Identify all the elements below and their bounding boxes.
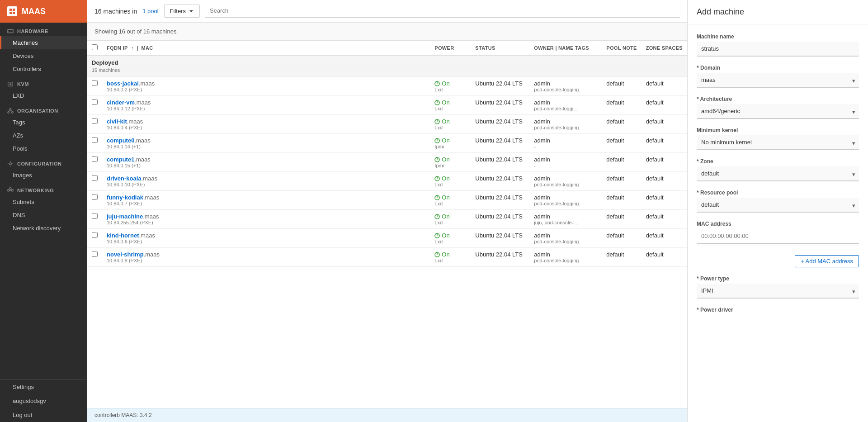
sidebar-item-user[interactable]: augustodsgv bbox=[0, 394, 87, 408]
fqdn-cell: driven-koala.maas 10.84.0.10 (PXE) bbox=[102, 172, 430, 191]
machine-status: Ubuntu 22.04 LTS bbox=[475, 80, 523, 87]
min-kernel-group: Minimum kernel No minimum kernel ▾ bbox=[697, 127, 859, 150]
sidebar-item-settings[interactable]: Settings bbox=[0, 380, 87, 394]
machine-fqdn-link[interactable]: boss-jackal.maas bbox=[107, 80, 155, 87]
mac-address-input[interactable] bbox=[697, 229, 859, 244]
power-cell: On Lxd bbox=[430, 77, 471, 96]
row-checkbox[interactable] bbox=[92, 137, 98, 143]
resource-pool-select[interactable]: default bbox=[697, 198, 859, 213]
sidebar-bottom: Settings augustodsgv Log out bbox=[0, 379, 87, 422]
machine-fqdn-link[interactable]: civil-kit.maas bbox=[107, 118, 143, 125]
machine-status: Ubuntu 22.04 LTS bbox=[475, 175, 523, 182]
row-checkbox[interactable] bbox=[92, 156, 98, 162]
sidebar-item-network-discovery[interactable]: Network discovery bbox=[0, 222, 87, 235]
machine-status: Ubuntu 22.04 LTS bbox=[475, 194, 523, 201]
power-status: On bbox=[434, 251, 466, 258]
machines-count-text: 16 machines in bbox=[94, 8, 137, 15]
row-checkbox-cell bbox=[87, 115, 102, 134]
row-checkbox[interactable] bbox=[92, 99, 98, 105]
architecture-select[interactable]: amd64/generic bbox=[697, 104, 859, 119]
networking-section-header: NETWORKING bbox=[0, 182, 87, 195]
svg-line-12 bbox=[9, 110, 10, 112]
search-input[interactable] bbox=[205, 5, 680, 18]
machine-fqdn-link[interactable]: compute0.maas bbox=[107, 137, 151, 144]
organisation-section-header: ORGANISATION bbox=[0, 102, 87, 116]
power-header[interactable]: POWER bbox=[430, 41, 471, 55]
machine-ip: 10.84.255.254 (PXE) bbox=[107, 220, 425, 225]
machine-fqdn-link[interactable]: kind-hornet.maas bbox=[107, 232, 155, 239]
row-checkbox-cell bbox=[87, 210, 102, 229]
zone-header[interactable]: ZONE SPACES bbox=[642, 41, 687, 55]
owner-cell: admin pod-console-loggi... bbox=[529, 96, 602, 115]
machine-tags: pod-console-logging bbox=[534, 182, 597, 187]
sidebar-item-subnets[interactable]: Subnets bbox=[0, 195, 87, 209]
machine-ip: 10.84.0.7 (PXE) bbox=[107, 201, 425, 206]
svg-rect-16 bbox=[12, 190, 14, 191]
add-mac-button[interactable]: + Add MAC address bbox=[795, 255, 859, 267]
machine-ip: 10.84.0.15 (+1) bbox=[107, 163, 425, 168]
pool-cell: default bbox=[602, 115, 641, 134]
status-header[interactable]: STATUS bbox=[471, 41, 529, 55]
row-checkbox[interactable] bbox=[92, 194, 98, 200]
fqdn-header[interactable]: FQDN IP ↑ | MAC bbox=[102, 41, 430, 55]
zone-label: * Zone bbox=[697, 158, 859, 165]
add-machine-panel: Add machine Machine name * Domain maas ▾… bbox=[687, 0, 868, 422]
row-checkbox-cell bbox=[87, 77, 102, 96]
architecture-label: * Architecture bbox=[697, 96, 859, 102]
machine-ip: 10.84.0.10 (PXE) bbox=[107, 182, 425, 187]
fqdn-cell: funny-kodiak.maas 10.84.0.7 (PXE) bbox=[102, 191, 430, 210]
machine-fqdn-link[interactable]: cinder-vm.maas bbox=[107, 99, 151, 106]
sidebar-item-azs[interactable]: AZs bbox=[0, 129, 87, 142]
status-cell: Ubuntu 22.04 LTS bbox=[471, 96, 529, 115]
mac-divider bbox=[697, 246, 859, 246]
sidebar-item-lxd[interactable]: LXD bbox=[0, 89, 87, 102]
machine-ip: 10.84.0.6 (PXE) bbox=[107, 239, 425, 244]
owner-cell: admin pod-console-logging bbox=[529, 248, 602, 267]
row-checkbox[interactable] bbox=[92, 251, 98, 257]
owner-header[interactable]: OWNER | NAME TAGS bbox=[529, 41, 602, 55]
row-checkbox[interactable] bbox=[92, 232, 98, 238]
table-row: kind-hornet.maas 10.84.0.6 (PXE) On Lxd … bbox=[87, 229, 687, 248]
row-checkbox[interactable] bbox=[92, 175, 98, 181]
sidebar-item-pools[interactable]: Pools bbox=[0, 142, 87, 155]
sidebar-item-tags[interactable]: Tags bbox=[0, 116, 87, 129]
machine-fqdn-link[interactable]: juju-machine.maas bbox=[107, 213, 159, 220]
power-type-label: * Power type bbox=[697, 275, 859, 282]
power-type-select[interactable]: IPMI Virsh LXD Manual bbox=[697, 284, 859, 299]
select-all-checkbox[interactable] bbox=[92, 44, 98, 50]
app-logo[interactable]: MAAS bbox=[0, 0, 87, 23]
sidebar-item-controllers[interactable]: Controllers bbox=[0, 62, 87, 76]
domain-select[interactable]: maas bbox=[697, 73, 859, 88]
pool-cell: default bbox=[602, 191, 641, 210]
pool-cell: default bbox=[602, 248, 641, 267]
machine-fqdn-link[interactable]: funny-kodiak.maas bbox=[107, 194, 159, 201]
machine-status: Ubuntu 22.04 LTS bbox=[475, 232, 523, 239]
sidebar-item-images[interactable]: Images bbox=[0, 169, 87, 182]
machine-fqdn-link[interactable]: compute1.maas bbox=[107, 156, 151, 163]
pool-header[interactable]: POOL NOTE bbox=[602, 41, 641, 55]
sidebar-item-dns[interactable]: DNS bbox=[0, 209, 87, 222]
filters-button[interactable]: Filters bbox=[164, 5, 200, 18]
min-kernel-label: Minimum kernel bbox=[697, 127, 859, 133]
machine-fqdn-link[interactable]: novel-shrimp.maas bbox=[107, 251, 160, 258]
machine-fqdn-link[interactable]: driven-koala.maas bbox=[107, 175, 157, 182]
power-on-icon bbox=[434, 100, 440, 105]
power-cell: On Lxd bbox=[430, 229, 471, 248]
table-row: civil-kit.maas 10.84.0.4 (PXE) On Lxd Ub… bbox=[87, 115, 687, 134]
min-kernel-select[interactable]: No minimum kernel bbox=[697, 135, 859, 150]
sidebar-item-logout[interactable]: Log out bbox=[0, 408, 87, 422]
pool-link[interactable]: 1 pool bbox=[142, 8, 158, 14]
machine-name-input[interactable] bbox=[697, 42, 859, 57]
fqdn-cell: boss-jackal.maas 10.84.0.2 (PXE) bbox=[102, 77, 430, 96]
zone-cell: default bbox=[642, 77, 687, 96]
row-checkbox[interactable] bbox=[92, 213, 98, 219]
row-checkbox[interactable] bbox=[92, 80, 98, 86]
sidebar-item-machines[interactable]: Machines bbox=[0, 36, 87, 49]
owner-cell: admin juju, pod-console-l... bbox=[529, 210, 602, 229]
showing-text: Showing 16 out of 16 machines bbox=[87, 23, 687, 41]
row-checkbox-cell bbox=[87, 229, 102, 248]
sidebar-item-devices[interactable]: Devices bbox=[0, 49, 87, 62]
zone-select[interactable]: default bbox=[697, 166, 859, 181]
row-checkbox[interactable] bbox=[92, 118, 98, 124]
svg-rect-0 bbox=[9, 9, 12, 11]
